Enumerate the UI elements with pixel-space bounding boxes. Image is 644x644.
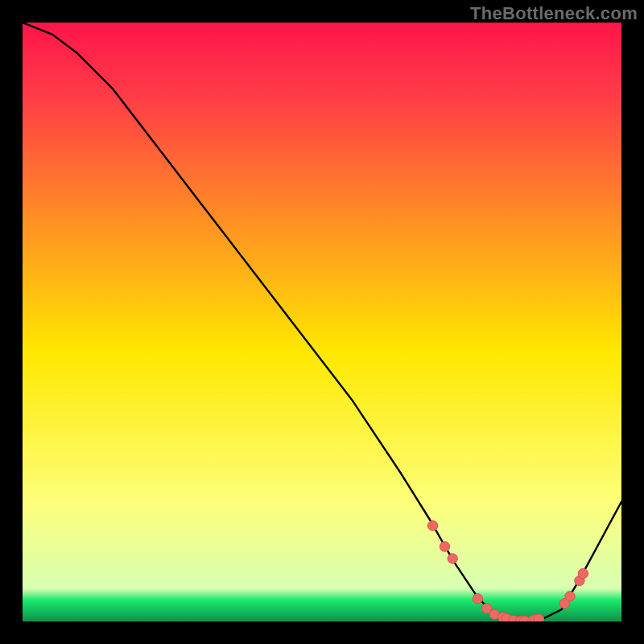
highlight-point — [440, 542, 449, 551]
plot-area — [23, 23, 621, 621]
highlight-point — [578, 568, 588, 578]
highlight-point — [448, 554, 457, 564]
watermark-text: TheBottleneck.com — [470, 3, 638, 24]
highlight-point — [473, 594, 482, 604]
markers-layer — [23, 23, 621, 621]
highlight-point — [534, 614, 543, 621]
highlight-point — [427, 521, 437, 530]
highlight-point — [565, 592, 575, 601]
chart-stage: TheBottleneck.com — [0, 0, 644, 644]
plot-frame — [21, 21, 623, 623]
